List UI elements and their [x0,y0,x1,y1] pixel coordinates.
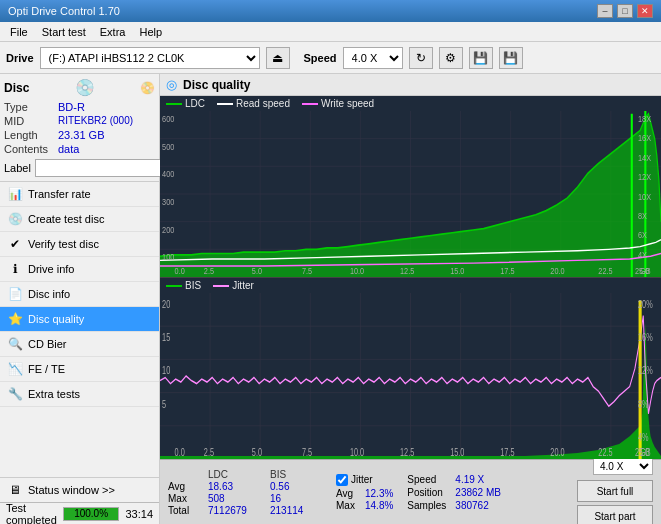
menu-help[interactable]: Help [133,25,168,39]
cd-bier-icon: 🔍 [8,337,22,351]
svg-text:600: 600 [162,113,174,124]
speed-label: Speed [304,52,337,64]
transfer-rate-icon: 📊 [8,187,22,201]
svg-text:15: 15 [162,332,170,344]
top-chart-svg: 600 500 400 300 200 100 18X 16X 14X 12X … [160,111,661,277]
minimize-button[interactable]: – [597,4,613,18]
window-controls: – □ ✕ [597,4,653,18]
disc-mid-label: MID [4,115,58,127]
save-button[interactable]: 💾 [499,47,523,69]
svg-text:2.5: 2.5 [204,265,214,276]
svg-text:12.5: 12.5 [400,447,414,459]
disc-length-value: 23.31 GB [58,129,104,141]
sidebar-item-transfer-rate[interactable]: 📊 Transfer rate [0,182,159,207]
speed-select[interactable]: 4.0 X [343,47,403,69]
jitter-avg-label: Avg [336,488,361,499]
speed-position-section: Speed 4.19 X Position 23862 MB Samples 3… [407,474,501,511]
write-speed-legend: Write speed [302,98,374,109]
menu-start-test[interactable]: Start test [36,25,92,39]
disc-quality-header-icon: ◎ [166,77,177,92]
main-content: ◎ Disc quality LDC Read speed [160,74,661,524]
sidebar-item-cd-bier[interactable]: 🔍 CD Bier [0,332,159,357]
bis-legend: BIS [166,280,201,291]
disc-section-label: Disc [4,81,29,95]
bis-header: BIS [270,469,328,480]
disc-length-row: Length 23.31 GB [4,129,155,141]
status-window-icon: 🖥 [8,483,22,497]
sidebar-item-verify-test-disc[interactable]: ✔ Verify test disc [0,232,159,257]
svg-text:10.0: 10.0 [350,447,364,459]
bottom-chart-legend: BIS Jitter [160,278,661,293]
status-text: Test completed [6,502,57,525]
top-chart-legend: LDC Read speed Write speed [160,96,661,111]
sidebar-item-extra-tests[interactable]: 🔧 Extra tests [0,382,159,407]
refresh-button[interactable]: ↻ [409,47,433,69]
stats-table: LDC BIS Avg 18.63 0.56 Max 508 16 Total … [168,469,328,516]
bottom-chart-svg-wrapper: 20 15 10 5 20% 16% 12% 8% 4% 0.0 2.5 5.0 [160,293,661,459]
sidebar: Disc 💿 📀 Type BD-R MID RITEKBR2 (000) Le… [0,74,160,524]
settings-button[interactable]: ⚙ [439,47,463,69]
verify-test-disc-icon: ✔ [8,237,22,251]
start-part-button[interactable]: Start part [577,505,653,524]
disc-label-input[interactable] [35,159,179,177]
sidebar-item-disc-info[interactable]: 📄 Disc info [0,282,159,307]
menu-extra[interactable]: Extra [94,25,132,39]
svg-text:8X: 8X [638,210,647,221]
drive-info-icon: ℹ [8,262,22,276]
read-speed-legend: Read speed [217,98,290,109]
sidebar-item-create-test-disc[interactable]: 💿 Create test disc [0,207,159,232]
eject-button[interactable]: ⏏ [266,47,290,69]
drive-info-label: Drive info [28,263,74,275]
svg-text:20.0: 20.0 [550,447,564,459]
svg-text:12X: 12X [638,171,651,182]
svg-text:14X: 14X [638,152,651,163]
max-bis: 16 [270,493,328,504]
svg-text:5.0: 5.0 [252,447,262,459]
close-button[interactable]: ✕ [637,4,653,18]
disc-icon: 💿 [75,78,95,97]
max-row: Max 508 16 [168,493,328,504]
status-window-item[interactable]: 🖥 Status window >> [0,478,159,502]
sidebar-item-drive-info[interactable]: ℹ Drive info [0,257,159,282]
disc-quality-header: ◎ Disc quality [160,74,661,96]
disc-label-row: Label ✏ [4,159,155,177]
total-label: Total [168,505,204,516]
menu-file[interactable]: File [4,25,34,39]
sidebar-item-disc-quality[interactable]: ⭐ Disc quality [0,307,159,332]
action-section: 4.0 X Start full Start part [577,457,653,524]
svg-text:6X: 6X [638,229,647,240]
stats-header-row: LDC BIS [168,469,328,480]
title-bar: Opti Drive Control 1.70 – □ ✕ [0,0,661,22]
jitter-max-label: Max [336,500,361,511]
drive-select[interactable]: (F:) ATAPI iHBS112 2 CL0K [40,47,260,69]
svg-text:16%: 16% [638,332,653,344]
disc-small-icon: 📀 [140,81,155,95]
jitter-checkbox[interactable] [336,474,348,486]
speed-dropdown-stat[interactable]: 4.0 X [593,457,653,475]
jitter-legend: Jitter [213,280,254,291]
svg-text:12.5: 12.5 [400,265,414,276]
sidebar-status-bar: Test completed 100.0% 33:14 [0,502,159,524]
jitter-avg-value: 12.3% [365,488,393,499]
ldc-legend: LDC [166,98,205,109]
max-label: Max [168,493,204,504]
svg-text:10.0: 10.0 [350,265,364,276]
create-test-disc-label: Create test disc [28,213,104,225]
svg-text:GB: GB [640,447,651,459]
total-bis: 213114 [270,505,328,516]
fe-te-icon: 📉 [8,362,22,376]
start-full-button[interactable]: Start full [577,480,653,502]
verify-test-disc-label: Verify test disc [28,238,99,250]
svg-text:17.5: 17.5 [500,265,514,276]
svg-text:GB: GB [640,265,651,276]
status-window-label: Status window >> [28,484,115,496]
top-chart-svg-wrapper: 600 500 400 300 200 100 18X 16X 14X 12X … [160,111,661,277]
disc-type-value: BD-R [58,101,85,113]
burn-button[interactable]: 💾 [469,47,493,69]
max-ldc: 508 [208,493,266,504]
maximize-button[interactable]: □ [617,4,633,18]
stats-bar: LDC BIS Avg 18.63 0.56 Max 508 16 Total … [160,459,661,524]
disc-info-label: Disc info [28,288,70,300]
jitter-label: Jitter [351,474,373,485]
sidebar-item-fe-te[interactable]: 📉 FE / TE [0,357,159,382]
